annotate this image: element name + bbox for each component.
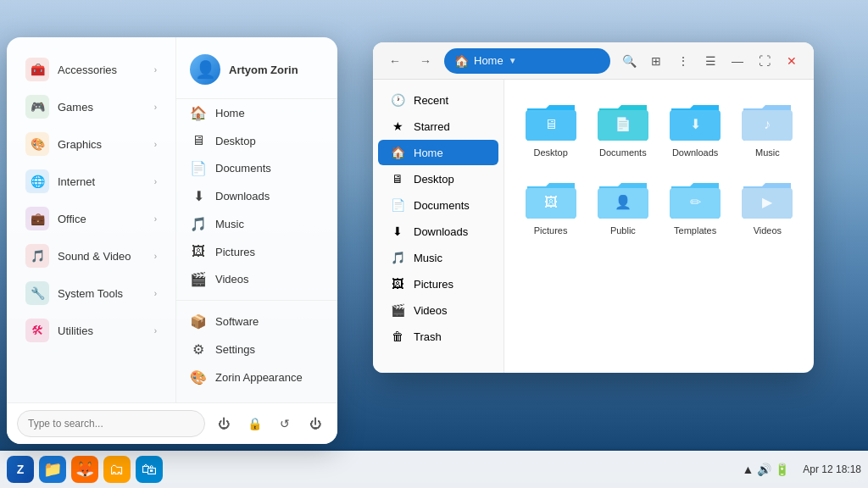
location-bar[interactable]: 🏠 Home ▼	[444, 48, 610, 74]
minimize-button[interactable]: —	[726, 49, 749, 73]
file-manager-titlebar: ← → 🏠 Home ▼ 🔍 ⊞ ⋮ ☰ — ⛶ ✕	[373, 42, 814, 80]
place-item-documents[interactable]: 📄 Documents	[176, 154, 337, 182]
menu-category-office[interactable]: 💼 Office ›	[12, 200, 170, 237]
menu-divider	[176, 300, 337, 301]
files-button[interactable]: 📁	[39, 456, 66, 483]
place-item-music[interactable]: 🎵 Music	[176, 210, 337, 238]
logout-button[interactable]: ⏻	[212, 412, 236, 435]
menu-category-graphics[interactable]: 🎨 Graphics ›	[12, 125, 170, 163]
place-item-pictures[interactable]: 🖼 Pictures	[176, 238, 337, 265]
search-input[interactable]	[17, 410, 205, 437]
folder-icon-public: 👤	[596, 178, 650, 222]
lock-button[interactable]: 🔒	[242, 412, 266, 435]
place-item-videos[interactable]: 🎬 Videos	[176, 265, 337, 293]
svg-text:▶: ▶	[762, 195, 773, 209]
system-item-settings[interactable]: ⚙ Settings	[176, 336, 337, 363]
folder-videos[interactable]: ▶ Videos	[735, 171, 800, 242]
category-icon-utilities: 🛠	[25, 319, 49, 342]
wifi-icon: ▲	[742, 463, 754, 476]
svg-text:⬇: ⬇	[690, 117, 701, 131]
category-arrow-graphics: ›	[154, 140, 157, 149]
fm-sidebar-label-desktop: Desktop	[414, 173, 454, 186]
maximize-button[interactable]: ⛶	[753, 49, 776, 73]
category-arrow-sound-video: ›	[154, 252, 157, 261]
system-item-software[interactable]: 📦 Software	[176, 308, 337, 336]
fm-sidebar-pictures[interactable]: 🖼 Pictures	[378, 271, 498, 297]
view-options-button[interactable]: ⋮	[671, 49, 695, 73]
system-label-zorin-appearance: Zorin Appearance	[215, 371, 303, 384]
fm-sidebar-home[interactable]: 🏠 Home	[378, 140, 498, 165]
menu-category-utilities[interactable]: 🛠 Utilities ›	[12, 312, 170, 349]
category-icon-internet: 🌐	[25, 169, 49, 193]
system-label-software: Software	[215, 315, 259, 328]
category-label-graphics: Graphics	[58, 138, 146, 151]
place-item-downloads[interactable]: ⬇ Downloads	[176, 182, 337, 210]
place-icon-desktop: 🖥	[190, 133, 207, 148]
svg-text:📄: 📄	[615, 116, 632, 132]
folder-icon-desktop: 🖥	[524, 100, 578, 144]
place-label-pictures: Pictures	[215, 246, 255, 258]
file-manager-window: ← → 🏠 Home ▼ 🔍 ⊞ ⋮ ☰ — ⛶ ✕ 🕐 Recent ★ St…	[373, 42, 814, 373]
place-label-desktop: Desktop	[215, 135, 256, 147]
category-icon-accessories: 🧰	[25, 58, 49, 81]
refresh-button[interactable]: ↺	[273, 412, 297, 435]
fm-sidebar-icon-music: 🎵	[390, 251, 405, 264]
power-button[interactable]: ⏻	[303, 412, 327, 435]
folder-music[interactable]: ♪ Music	[735, 93, 800, 164]
fm-sidebar-starred[interactable]: ★ Starred	[378, 114, 498, 139]
svg-text:🖥: 🖥	[544, 117, 558, 131]
folder-documents[interactable]: 📄 Documents	[590, 93, 655, 164]
menu-category-internet[interactable]: 🌐 Internet ›	[12, 163, 170, 200]
folder-icon-pictures: 🖼	[524, 178, 578, 222]
place-item-desktop[interactable]: 🖥 Desktop	[176, 127, 337, 154]
fm-sidebar-desktop[interactable]: 🖥 Desktop	[378, 166, 498, 191]
store-button[interactable]: 🛍	[136, 456, 163, 483]
system-icon-settings: ⚙	[190, 341, 207, 358]
menu-footer: ⏻ 🔒 ↺ ⏻	[7, 402, 337, 444]
category-icon-system-tools: 🔧	[25, 281, 49, 305]
fm-sidebar-icon-downloads: ⬇	[390, 225, 405, 238]
system-icon-zorin-appearance: 🎨	[190, 369, 207, 385]
category-icon-games: 🎮	[25, 95, 49, 119]
volume-icon: 🔊	[757, 463, 771, 476]
forward-button[interactable]: →	[414, 49, 437, 73]
folder-desktop[interactable]: 🖥 Desktop	[518, 93, 583, 164]
fm-sidebar-downloads[interactable]: ⬇ Downloads	[378, 219, 498, 244]
menu-category-games[interactable]: 🎮 Games ›	[12, 88, 170, 125]
taskbar-time: Apr 12 18:18	[803, 463, 861, 475]
folder-downloads[interactable]: ⬇ Downloads	[663, 93, 728, 164]
menu-category-sound-video[interactable]: 🎵 Sound & Video ›	[12, 237, 170, 274]
fm-sidebar-trash[interactable]: 🗑 Trash	[378, 324, 498, 349]
menu-category-accessories[interactable]: 🧰 Accessories ›	[12, 51, 170, 88]
fm-sidebar-icon-starred: ★	[390, 119, 405, 133]
fm-sidebar-documents[interactable]: 📄 Documents	[378, 192, 498, 218]
category-arrow-accessories: ›	[154, 65, 157, 75]
folder-pictures[interactable]: 🖼 Pictures	[518, 171, 583, 242]
folder-button[interactable]: 🗂	[103, 456, 131, 483]
folder-public[interactable]: 👤 Public	[590, 171, 655, 242]
view-list-button[interactable]: ⊞	[644, 49, 668, 73]
menu-right-panel: 👤 Artyom Zorin 🏠 Home 🖥 Desktop 📄 Docume…	[176, 37, 337, 402]
fm-sidebar-label-documents: Documents	[414, 199, 470, 212]
svg-text:♪: ♪	[764, 117, 771, 131]
zorin-menu-button[interactable]: Z	[7, 456, 34, 483]
fm-sidebar-recent[interactable]: 🕐 Recent	[378, 87, 498, 113]
menu-category-system-tools[interactable]: 🔧 System Tools ›	[12, 274, 170, 312]
category-label-office: Office	[58, 213, 146, 225]
search-button[interactable]: 🔍	[617, 49, 641, 73]
folder-templates[interactable]: ✏ Templates	[663, 171, 728, 242]
location-text: Home	[474, 54, 504, 67]
menu-button[interactable]: ☰	[698, 49, 722, 73]
place-item-home[interactable]: 🏠 Home	[176, 99, 337, 127]
category-label-system-tools: System Tools	[58, 287, 146, 300]
back-button[interactable]: ←	[383, 49, 407, 73]
folder-icon-templates: ✏	[668, 178, 722, 222]
svg-text:👤: 👤	[615, 194, 632, 210]
fm-sidebar-videos[interactable]: 🎬 Videos	[378, 297, 498, 323]
close-button[interactable]: ✕	[780, 49, 804, 73]
firefox-button[interactable]: 🦊	[71, 456, 98, 483]
fm-sidebar-music[interactable]: 🎵 Music	[378, 245, 498, 270]
category-icon-sound-video: 🎵	[25, 244, 49, 268]
system-item-zorin-appearance[interactable]: 🎨 Zorin Appearance	[176, 363, 337, 391]
fm-sidebar-label-starred: Starred	[414, 120, 450, 133]
